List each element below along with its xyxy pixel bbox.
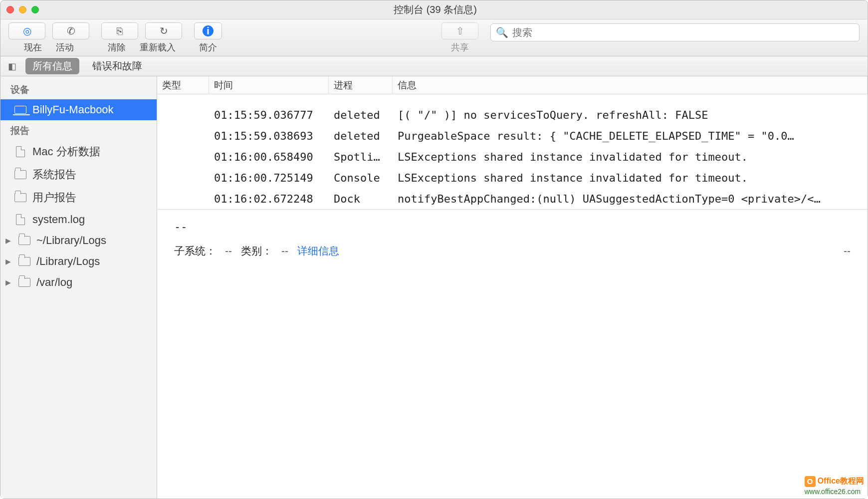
- column-headers: 类型 时间 进程 信息: [157, 76, 868, 94]
- sidebar-devices-header: 设备: [0, 79, 157, 99]
- column-type[interactable]: 类型: [157, 76, 209, 94]
- toolbar: ◎ ✆ 现在 活动 ⎘ ↻ 清除 重新载入: [0, 19, 868, 56]
- sidebar-item-label: Mac 分析数据: [32, 144, 100, 159]
- sidebar-reports-header: 报告: [0, 120, 157, 140]
- detail-category-label: 类别：: [241, 244, 272, 258]
- table-row[interactable]: 01:15:59.036777 deleted [( "/" )] no ser…: [157, 104, 868, 125]
- folder-icon: [18, 277, 30, 287]
- detail-pane: -- 子系统： -- 类别： -- 详细信息 --: [157, 209, 868, 269]
- filter-errors-faults[interactable]: 错误和故障: [85, 58, 149, 74]
- clear-icon: ⎘: [117, 25, 123, 37]
- laptop-icon: [14, 105, 26, 115]
- disclosure-triangle-icon[interactable]: ▶: [5, 278, 12, 286]
- share-button[interactable]: ⇧: [441, 22, 478, 39]
- sidebar-item-label: 系统报告: [32, 167, 76, 182]
- folder-icon: [14, 193, 26, 203]
- folder-icon: [18, 236, 30, 246]
- folder-icon: [14, 170, 26, 180]
- window-title: 控制台 (39 条信息): [39, 3, 832, 16]
- column-time[interactable]: 时间: [209, 76, 329, 94]
- detail-body: --: [174, 221, 851, 233]
- sidebar-item-user-library-logs[interactable]: ▶ ~/Library/Logs: [0, 230, 157, 251]
- filter-all-messages[interactable]: 所有信息: [25, 58, 79, 74]
- sidebar-item-label: system.log: [32, 213, 85, 226]
- sidebar-item-system-log[interactable]: system.log: [0, 209, 157, 230]
- sidebar: 设备 BillyFu-Macbook 报告 Mac 分析数据 系统报告 用户报告…: [0, 76, 157, 499]
- toolbar-group-reload: ⎘ ↻ 清除 重新载入: [101, 22, 182, 53]
- table-row[interactable]: 01:16:00.658490 Spotli… LSExceptions sha…: [157, 146, 868, 167]
- document-icon: [14, 147, 26, 157]
- activity-button[interactable]: ✆: [52, 22, 89, 39]
- sidebar-item-label: ~/Library/Logs: [36, 234, 106, 247]
- toolbar-group-share: ⇧ 共享: [441, 22, 478, 53]
- reload-label: 重新载入: [140, 41, 176, 53]
- reload-button[interactable]: ↻: [145, 22, 182, 39]
- info-label: 简介: [199, 41, 217, 53]
- sidebar-item-user-reports[interactable]: 用户报告: [0, 186, 157, 209]
- column-message[interactable]: 信息: [393, 76, 868, 94]
- body: 设备 BillyFu-Macbook 报告 Mac 分析数据 系统报告 用户报告…: [0, 76, 868, 499]
- detail-category-value: --: [281, 245, 288, 257]
- sidebar-icon: ◧: [8, 61, 16, 72]
- search-icon: 🔍: [496, 26, 508, 38]
- now-button[interactable]: ◎: [8, 22, 45, 39]
- document-icon: [14, 215, 26, 225]
- share-label: 共享: [451, 41, 469, 53]
- main-pane: 类型 时间 进程 信息 01:15:59.036777 deleted [( "…: [157, 76, 868, 499]
- sidebar-item-var-log[interactable]: ▶ /var/log: [0, 272, 157, 293]
- table-row[interactable]: 01:15:59.038693 deleted PurgeableSpace r…: [157, 125, 868, 146]
- close-window-button[interactable]: [6, 6, 14, 13]
- watermark-line1: Office教程网: [818, 477, 864, 486]
- search-field[interactable]: 🔍: [490, 23, 860, 41]
- reload-icon: ↻: [160, 25, 168, 37]
- detail-subsystem-label: 子系统：: [174, 244, 216, 258]
- table-row[interactable]: [157, 94, 868, 104]
- info-button[interactable]: i: [194, 22, 222, 39]
- sidebar-item-label: 用户报告: [32, 190, 76, 205]
- sidebar-toggle-button[interactable]: ◧: [4, 60, 19, 72]
- activity-label: 活动: [56, 41, 74, 53]
- table-row[interactable]: 01:16:02.672248 Dock notifyBestAppChange…: [157, 188, 868, 209]
- toolbar-group-stream: ◎ ✆ 现在 活动: [8, 22, 89, 53]
- sidebar-item-system-reports[interactable]: 系统报告: [0, 163, 157, 186]
- sidebar-device-item[interactable]: BillyFu-Macbook: [0, 99, 157, 120]
- detail-meta: 子系统： -- 类别： -- 详细信息 --: [174, 244, 851, 258]
- sidebar-item-library-logs[interactable]: ▶ /Library/Logs: [0, 251, 157, 272]
- target-icon: ◎: [23, 25, 31, 37]
- zoom-window-button[interactable]: [31, 6, 39, 13]
- console-window: 控制台 (39 条信息) ◎ ✆ 现在 活动 ⎘: [0, 0, 868, 499]
- sidebar-item-label: /var/log: [36, 276, 72, 289]
- log-rows: 01:15:59.036777 deleted [( "/" )] no ser…: [157, 94, 868, 209]
- column-process[interactable]: 进程: [329, 76, 393, 94]
- sidebar-item-mac-analytics[interactable]: Mac 分析数据: [0, 140, 157, 163]
- watermark-line2: www.office26.com: [805, 488, 861, 496]
- detail-details-link[interactable]: 详细信息: [297, 244, 339, 258]
- share-icon: ⇧: [456, 25, 464, 37]
- clear-label: 清除: [108, 41, 126, 53]
- sidebar-device-label: BillyFu-Macbook: [32, 103, 114, 116]
- watermark-icon: O: [805, 476, 816, 487]
- search-input[interactable]: [512, 27, 854, 38]
- info-icon: i: [203, 25, 214, 36]
- disclosure-triangle-icon[interactable]: ▶: [5, 257, 12, 265]
- detail-subsystem-value: --: [225, 245, 232, 257]
- table-row[interactable]: 01:16:00.725149 Console LSExceptions sha…: [157, 167, 868, 188]
- toolbar-group-info: i 简介: [194, 22, 222, 53]
- now-label: 现在: [24, 41, 42, 53]
- minimize-window-button[interactable]: [19, 6, 26, 13]
- filter-bar: ◧ 所有信息 错误和故障: [0, 56, 868, 76]
- disclosure-triangle-icon[interactable]: ▶: [5, 237, 12, 245]
- folder-icon: [18, 256, 30, 266]
- clear-button[interactable]: ⎘: [101, 22, 138, 39]
- detail-right-value: --: [844, 245, 851, 257]
- phone-icon: ✆: [67, 25, 75, 37]
- window-controls: [6, 6, 39, 13]
- titlebar: 控制台 (39 条信息): [0, 0, 868, 19]
- watermark: OOffice教程网 www.office26.com: [805, 476, 864, 496]
- sidebar-item-label: /Library/Logs: [36, 255, 100, 268]
